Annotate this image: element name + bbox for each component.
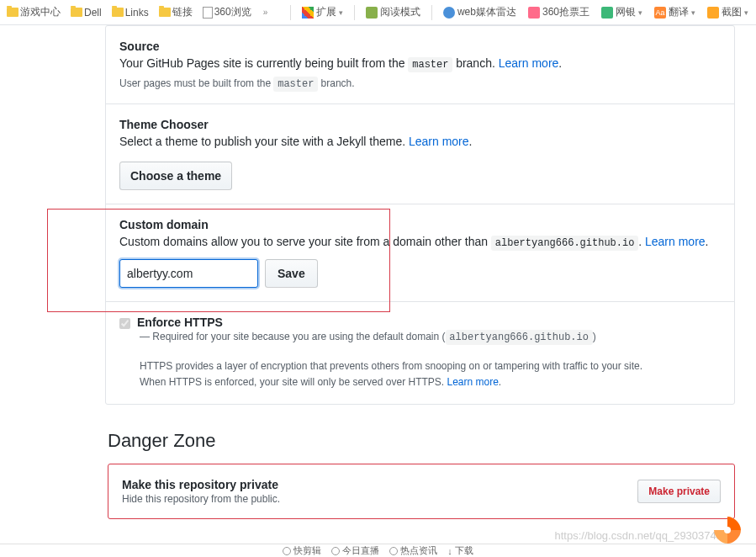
learn-more-link[interactable]: Learn more <box>645 235 706 248</box>
reader-mode-button[interactable]: 阅读模式 <box>362 3 425 21</box>
ticket-button[interactable]: 360抢票王 <box>524 3 594 21</box>
divider <box>290 5 291 20</box>
chevron-down-icon: ▾ <box>691 8 695 17</box>
save-button[interactable]: Save <box>265 259 318 288</box>
danger-zone-box: Make this repository private Hide this r… <box>108 464 735 519</box>
screenshot-icon <box>707 7 719 19</box>
folder-icon <box>112 8 124 17</box>
https-section: Enforce HTTPS — Required for your site b… <box>106 302 734 404</box>
folder-icon <box>71 8 82 17</box>
bottom-item[interactable]: 热点资讯 <box>389 544 437 557</box>
bookmark-page[interactable]: 360浏览 <box>199 3 255 21</box>
apps-icon <box>302 7 314 19</box>
custom-domain-section: Custom domain Custom domains allow you t… <box>106 204 734 302</box>
tool-icon <box>389 547 398 555</box>
https-note: HTTPS provides a layer of encryption tha… <box>140 358 721 390</box>
domain-input-row: Save <box>119 259 721 288</box>
bottom-item[interactable]: ↓下载 <box>447 544 473 557</box>
custom-domain-description: Custom domains allow you to serve your s… <box>119 235 721 249</box>
tool-icon <box>283 547 291 555</box>
source-title: Source <box>119 40 721 53</box>
folder-icon <box>7 8 19 17</box>
make-private-title: Make this repository private <box>122 478 280 491</box>
extensions-button[interactable]: 扩展▾ <box>298 3 347 21</box>
divider <box>431 5 432 20</box>
browser-bottom-bar: 快剪辑 今日直播 热点资讯 ↓下载 <box>0 544 756 557</box>
https-sublabel: — Required for your site because you are… <box>140 331 721 343</box>
bookmark-overflow[interactable]: » <box>258 8 273 17</box>
theme-description: Select a theme to publish your site with… <box>119 135 721 148</box>
page-icon <box>203 7 213 19</box>
ticket-icon <box>528 7 540 19</box>
media-radar-button[interactable]: web媒体雷达 <box>439 3 521 21</box>
chevron-down-icon: ▾ <box>638 8 642 17</box>
branch-code: master <box>273 77 318 93</box>
svg-point-0 <box>724 527 731 533</box>
domain-code: albertyang666.github.io <box>446 330 593 346</box>
custom-domain-title: Custom domain <box>119 218 721 231</box>
divider <box>354 5 355 20</box>
folder-icon <box>159 8 171 17</box>
reader-icon <box>366 7 378 19</box>
source-description: Your GitHub Pages site is currently bein… <box>119 56 721 71</box>
chevron-down-icon: ▾ <box>744 8 748 17</box>
enforce-https-checkbox[interactable] <box>119 318 130 329</box>
chevron-down-icon: ▾ <box>339 8 343 17</box>
https-checkbox-row: Enforce HTTPS <box>119 316 721 329</box>
learn-more-link[interactable]: Learn more <box>499 56 559 70</box>
translate-icon: Aa <box>654 7 666 19</box>
bookmark-folder[interactable]: 游戏中心 <box>3 3 64 21</box>
source-note: User pages must be built from the master… <box>119 77 721 90</box>
bank-button[interactable]: 网银▾ <box>597 3 647 21</box>
bottom-item[interactable]: 快剪辑 <box>283 544 321 557</box>
bookmark-folder[interactable]: Dell <box>67 5 105 20</box>
theme-section: Theme Chooser Select a theme to publish … <box>106 104 734 204</box>
github-pages-settings: Source Your GitHub Pages site is current… <box>105 25 735 405</box>
learn-more-link[interactable]: Learn more <box>409 135 469 148</box>
theme-title: Theme Chooser <box>119 118 721 131</box>
make-private-button[interactable]: Make private <box>637 480 721 503</box>
bank-icon <box>601 7 613 19</box>
watermark-text: https://blog.csdn.net/qq_29303743 <box>555 529 723 542</box>
enforce-https-label: Enforce HTTPS <box>137 316 223 329</box>
make-private-description: Hide this repository from the public. <box>122 493 280 505</box>
page-content: Source Your GitHub Pages site is current… <box>0 25 756 519</box>
choose-theme-button[interactable]: Choose a theme <box>119 162 232 190</box>
source-section: Source Your GitHub Pages site is current… <box>106 26 734 104</box>
custom-domain-input[interactable] <box>119 259 258 288</box>
domain-code: albertyang666.github.io <box>491 236 638 252</box>
tool-icon <box>331 547 340 555</box>
branch-code: master <box>408 57 452 73</box>
danger-row: Make this repository private Hide this r… <box>108 464 734 518</box>
bottom-item[interactable]: 今日直播 <box>331 544 379 557</box>
browser-bookmark-bar: 游戏中心 Dell Links 链接 360浏览 » 扩展▾ 阅读模式 web媒… <box>0 0 756 25</box>
globe-icon <box>443 7 455 19</box>
bookmark-folder[interactable]: Links <box>108 5 152 20</box>
learn-more-link[interactable]: Learn more <box>447 376 498 388</box>
screenshot-button[interactable]: 截图▾ <box>703 3 753 21</box>
translate-button[interactable]: Aa翻译▾ <box>650 3 700 21</box>
bookmark-folder[interactable]: 链接 <box>156 3 196 21</box>
danger-zone-heading: Danger Zone <box>108 430 756 452</box>
